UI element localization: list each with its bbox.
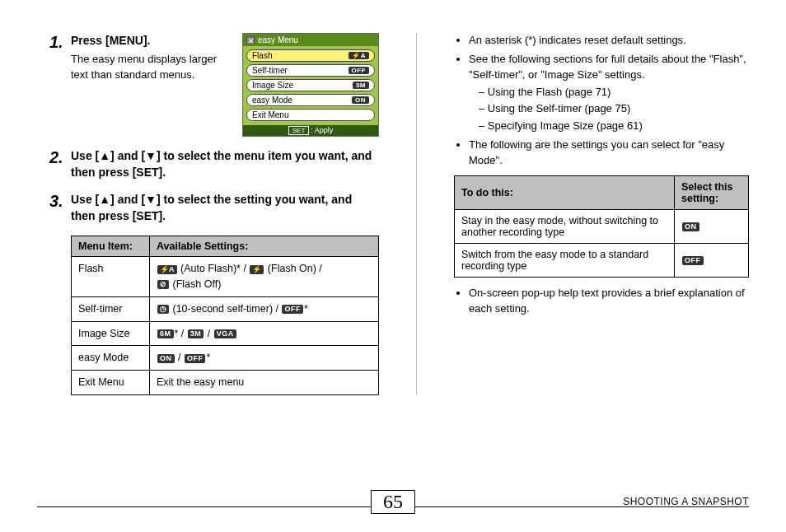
easy-menu-row-selftimer: Self-timer OFF: [246, 64, 375, 77]
section-title: SHOOTING A SNAPSHOT: [623, 496, 749, 507]
set-key-label: SET: [288, 126, 310, 135]
list-item: Using the Self-timer (page 75): [479, 101, 749, 117]
timer-icon: ◷: [157, 305, 169, 314]
step-2-title: Use [▲] and [▼] to select the menu item …: [71, 148, 379, 180]
off-icon: OFF: [282, 305, 303, 314]
easy-menu-row-easymode: easy Mode ON: [246, 94, 375, 106]
easy-menu-row-imagesize: Image Size 3M: [246, 79, 375, 91]
right-column: An asterisk (*) indicates reset default …: [454, 33, 749, 395]
off-icon: OFF: [682, 256, 704, 265]
page-number: 65: [371, 490, 415, 514]
flash-auto-badge: ⚡A: [349, 52, 369, 59]
left-column: 1. Press [MENU]. The easy menu displays …: [49, 33, 379, 395]
size-badge: 3M: [353, 82, 369, 89]
table-row: easy Mode ON / OFF*: [72, 346, 379, 371]
easy-menu-footer: SET: Apply: [243, 125, 378, 136]
step-3-number: 3.: [49, 192, 71, 224]
list-item: An asterisk (*) indicates reset default …: [469, 33, 749, 49]
table-row: Self-timer ◷ (10-second self-timer) / OF…: [72, 296, 379, 321]
list-item: The following are the settings you can s…: [469, 138, 749, 169]
list-item: On-screen pop-up help text provides a br…: [469, 286, 749, 317]
on-icon: ON: [682, 222, 699, 231]
3m-icon: 3M: [188, 329, 204, 338]
mode-header-setting: Select this setting:: [675, 175, 749, 209]
column-divider: [416, 33, 417, 395]
table-row: Switch from the easy mode to a standard …: [455, 243, 749, 277]
off-icon: OFF: [185, 354, 206, 363]
easy-menu-row-flash: Flash ⚡A: [246, 49, 375, 62]
easy-menu-figure: easy Menu Flash ⚡A Self-timer OFF Image …: [242, 33, 379, 137]
notes-list: An asterisk (*) indicates reset default …: [454, 33, 749, 169]
step-1-title: Press [MENU].: [71, 33, 234, 49]
vga-icon: VGA: [214, 329, 236, 338]
on-icon: ON: [157, 354, 175, 363]
notes-list-2: On-screen pop-up help text provides a br…: [454, 286, 749, 317]
easy-menu-row-exit: Exit Menu: [246, 109, 375, 121]
list-item: See the following sections for full deta…: [469, 52, 749, 134]
table-row: Image Size 6M* / 3M / VGA: [72, 321, 379, 346]
step-1: 1. Press [MENU]. The easy menu displays …: [49, 33, 379, 137]
6m-icon: 6M: [157, 329, 174, 338]
easy-menu-title: easy Menu: [258, 35, 298, 44]
close-icon: [246, 36, 255, 44]
step-3: 3. Use [▲] and [▼] to select the setting…: [49, 192, 379, 224]
step-1-number: 1.: [49, 33, 71, 83]
list-item: Specifying Image Size (page 61): [479, 119, 749, 134]
mode-header-todo: To do this:: [455, 175, 675, 209]
settings-header-item: Menu Item:: [72, 236, 150, 257]
page-content: 1. Press [MENU]. The easy menu displays …: [0, 0, 786, 395]
mode-table: To do this: Select this setting: Stay in…: [454, 175, 749, 278]
flash-off-icon: ⊘: [157, 280, 169, 289]
off-badge: OFF: [349, 67, 370, 74]
step-2-number: 2.: [49, 148, 71, 180]
table-row: Stay in the easy mode, without switching…: [455, 209, 749, 243]
step-2: 2. Use [▲] and [▼] to select the menu it…: [49, 148, 379, 180]
step-1-desc: The easy menu displays larger text than …: [71, 51, 234, 83]
flash-auto-icon: ⚡A: [157, 265, 177, 274]
on-badge: ON: [352, 96, 369, 104]
flash-on-icon: ⚡: [250, 265, 264, 274]
easy-menu-title-bar: easy Menu: [243, 34, 378, 46]
table-row: Flash ⚡A (Auto Flash)* / ⚡ (Flash On) / …: [72, 257, 379, 297]
table-row: Exit Menu Exit the easy menu: [72, 371, 379, 395]
settings-table: Menu Item: Available Settings: Flash ⚡A …: [71, 236, 379, 395]
settings-header-available: Available Settings:: [150, 236, 379, 257]
step-3-title: Use [▲] and [▼] to select the setting yo…: [71, 192, 379, 224]
list-item: Using the Flash (page 71): [479, 85, 749, 100]
